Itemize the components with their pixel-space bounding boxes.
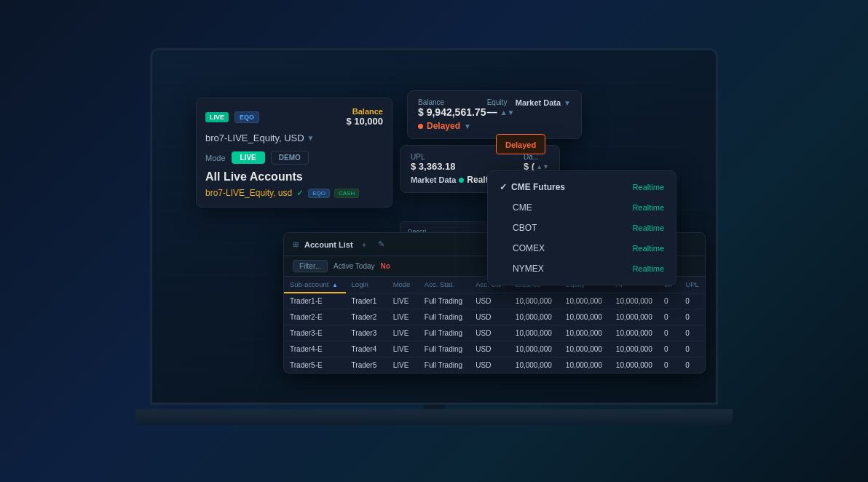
balance-label: Balance <box>346 107 383 116</box>
cell-af: 10,000,000 <box>610 309 658 325</box>
live-mode-button[interactable]: LIVE <box>232 151 265 164</box>
cell-sub-account: Trader1-E <box>284 293 346 309</box>
cell-im: 0 <box>658 357 679 374</box>
balance-top-label: Balance <box>418 98 486 106</box>
cell-equity: 10,000,000 <box>560 309 610 325</box>
cell-im: 0 <box>658 293 679 309</box>
balance-equity-row: Balance $ 9,942,561.75 Equity — ▲▼ Marke… <box>418 98 571 118</box>
account-selector-card: LIVE EQO Balance $ 10,000 bro7-LIVE_Equi… <box>196 98 392 208</box>
edit-account-button[interactable]: ✎ <box>375 239 387 250</box>
cell-balance: 10,000,000 <box>510 341 560 357</box>
col-header-upl[interactable]: UPL <box>679 277 705 293</box>
cell-acc-cur: USD <box>470 293 510 309</box>
sort-arrow-sub: ▲ <box>332 282 338 288</box>
market-data-dropdown[interactable]: ✓ CME Futures Realtime CME Realtime CBOT… <box>487 170 676 285</box>
cell-login: Trader3 <box>346 325 387 341</box>
balance-value: $ 10,000 <box>346 116 383 127</box>
cell-login: Trader1 <box>346 293 387 309</box>
account-name-text: bro7-LIVE_Equity, USD <box>205 133 304 143</box>
market-data-chevron-icon: ▼ <box>564 99 571 107</box>
cell-mode: LIVE <box>387 293 419 309</box>
upl-value: $ 3,363.18 <box>411 161 455 172</box>
mode-label: Mode <box>205 154 226 162</box>
mode-row: Mode LIVE DEMO <box>205 151 383 165</box>
cell-im: 0 <box>658 309 679 325</box>
eqo-badge: EQO <box>234 111 259 123</box>
nymex-status: Realtime <box>633 264 664 273</box>
cell-acc-stat: Full Trading <box>419 357 470 374</box>
cell-sub-account: Trader5-E <box>284 357 346 374</box>
cell-balance: 10,000,000 <box>510 325 560 341</box>
dropdown-item-cbot[interactable]: CBOT Realtime <box>488 218 676 238</box>
cell-equity: 10,000,000 <box>560 341 610 357</box>
cell-acc-stat: Full Trading <box>419 293 470 309</box>
cell-balance: 10,000,000 <box>510 357 560 374</box>
cell-balance: 10,000,000 <box>510 293 560 309</box>
cell-af: 10,000,000 <box>610 325 658 341</box>
cme-name: CME <box>513 202 532 213</box>
cell-mode: LIVE <box>387 341 419 357</box>
table-row[interactable]: Trader2-ETrader2LIVEFull TradingUSD10,00… <box>284 309 705 325</box>
dropdown-item-cme-futures[interactable]: ✓ CME Futures Realtime <box>488 177 676 197</box>
delayed-text: Delayed <box>427 121 460 131</box>
cell-sub-account: Trader3-E <box>284 325 346 341</box>
comex-status: Realtime <box>633 244 664 253</box>
cell-acc-stat: Full Trading <box>419 325 470 341</box>
delayed-overlay-badge: Delayed <box>496 134 545 154</box>
dropdown-item-cme[interactable]: CME Realtime <box>488 197 676 218</box>
balance-top-value: $ 9,942,561.75 <box>418 106 486 118</box>
day-arrows: ▲▼ <box>536 163 549 170</box>
cell-acc-stat: Full Trading <box>419 309 470 325</box>
add-account-button[interactable]: + <box>359 240 369 250</box>
market-data-top-label: Market Data <box>516 98 561 107</box>
table-row[interactable]: Trader5-ETrader5LIVEFull TradingUSD10,00… <box>284 357 705 374</box>
account-item-name: bro7-LIVE_Equity, usd <box>205 188 292 198</box>
laptop-screen: LIVE EQO Balance $ 10,000 bro7-LIVE_Equi… <box>150 48 718 405</box>
cell-mode: LIVE <box>387 325 419 341</box>
demo-mode-button[interactable]: DEMO <box>271 151 309 165</box>
all-live-accounts-label: All Live Accounts <box>205 170 383 183</box>
cme-status: Realtime <box>633 203 664 212</box>
col-header-login[interactable]: Login <box>346 277 387 293</box>
cell-equity: 10,000,000 <box>560 357 610 374</box>
account-header: LIVE EQO Balance $ 10,000 <box>205 107 383 127</box>
balance-equity-card: Balance $ 9,942,561.75 Equity — ▲▼ Marke… <box>407 90 582 139</box>
live-badge: LIVE <box>205 112 229 122</box>
cell-upl: 0 <box>679 341 705 357</box>
account-list-title: Account List <box>304 240 353 249</box>
cell-login: Trader5 <box>346 357 387 374</box>
col-header-mode[interactable]: Mode <box>387 277 419 293</box>
upl-label: UPL <box>411 153 455 161</box>
table-grid-icon: ⊞ <box>293 240 299 248</box>
equity-top-value: — ▲▼ <box>487 106 515 118</box>
col-header-acc-stat[interactable]: Acc. Stat. <box>419 277 470 293</box>
account-list-item[interactable]: bro7-LIVE_Equity, usd ✓ EQO CASH <box>205 188 383 198</box>
equity-chevron-icon: ▲▼ <box>500 108 515 116</box>
filter-button[interactable]: Filter... <box>293 260 328 272</box>
col-header-sub-account[interactable]: Sub-account ▲ <box>284 277 346 293</box>
cell-af: 10,000,000 <box>610 293 658 309</box>
account-name-row[interactable]: bro7-LIVE_Equity, USD ▼ <box>205 133 383 143</box>
cell-mode: LIVE <box>387 309 419 325</box>
dropdown-item-nymex[interactable]: NYMEX Realtime <box>488 258 676 279</box>
table-row[interactable]: Trader3-ETrader3LIVEFull TradingUSD10,00… <box>284 325 705 341</box>
cell-mode: LIVE <box>387 357 419 374</box>
equity-top-label: Equity <box>487 98 515 106</box>
accounts-table: Sub-account ▲ Login Mode Acc. Stat. Acc.… <box>284 277 705 373</box>
cell-acc-stat: Full Trading <box>419 341 470 357</box>
cell-upl: 0 <box>679 309 705 325</box>
cell-equity: 10,000,000 <box>560 293 610 309</box>
cell-af: 10,000,000 <box>610 357 658 374</box>
delayed-dot-icon <box>418 124 423 129</box>
cme-futures-name: ✓ CME Futures <box>500 182 565 192</box>
cell-upl: 0 <box>679 357 705 374</box>
table-row[interactable]: Trader1-ETrader1LIVEFull TradingUSD10,00… <box>284 293 705 309</box>
market-data-upl-label: Market Data <box>411 175 456 184</box>
laptop-base <box>135 409 733 425</box>
cell-upl: 0 <box>679 325 705 341</box>
cell-sub-account: Trader2-E <box>284 309 346 325</box>
dropdown-item-comex[interactable]: COMEX Realtime <box>488 238 676 258</box>
active-today-value: No <box>381 262 390 270</box>
table-row[interactable]: Trader4-ETrader4LIVEFull TradingUSD10,00… <box>284 341 705 357</box>
check-icon: ✓ <box>296 188 304 198</box>
